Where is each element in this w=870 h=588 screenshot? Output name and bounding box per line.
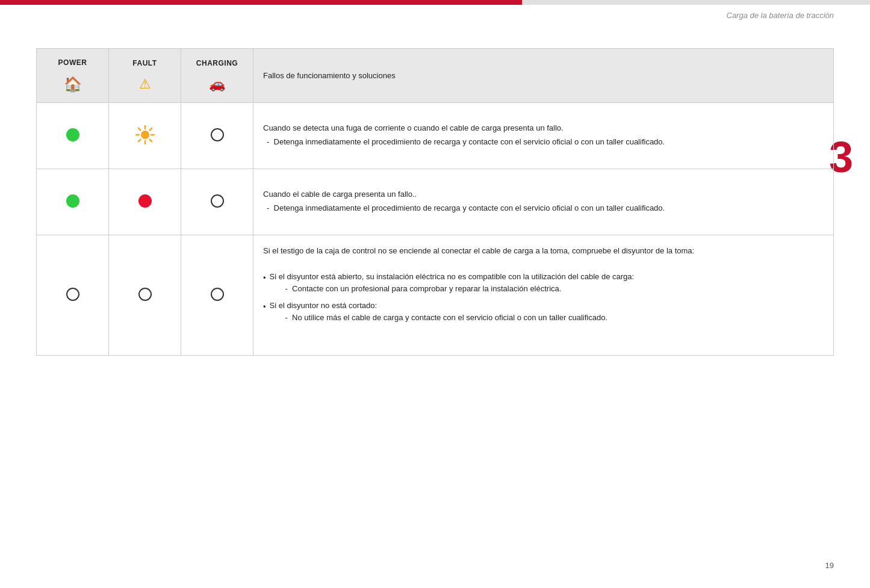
svg-point-0: [141, 131, 149, 139]
empty-circle-icon: [211, 288, 224, 301]
red-circle-icon: [138, 194, 152, 208]
warning-triangle-icon: ⚠: [139, 76, 151, 92]
row2-desc-item1: - Detenga inmediatamente el procedimient…: [263, 202, 824, 214]
row1-charging-cell: [181, 103, 253, 169]
svg-line-7: [149, 128, 152, 131]
header-title: Carga de la batería de tracción: [727, 11, 834, 20]
fault-header-cell: FAULT ⚠: [109, 49, 181, 103]
row3-bullet2-sub: - No utilice más el cable de carga y con…: [270, 312, 607, 324]
row2-charging-cell: [181, 169, 253, 235]
table-row: Cuando se detecta una fuga de corriente …: [37, 103, 834, 169]
description-header-label: Fallos de funcionamiento y soluciones: [263, 71, 396, 80]
svg-line-5: [138, 128, 140, 131]
table-row: Cuando el cable de carga presenta un fal…: [37, 169, 834, 235]
page-number: 19: [825, 561, 834, 570]
main-table-container: POWER 🏠 FAULT ⚠ CHARGING 🚗 Fallos de fun…: [36, 48, 834, 356]
svg-line-6: [149, 140, 152, 142]
row1-desc-item1: - Detenga inmediatamente el procedimient…: [263, 136, 824, 148]
svg-line-8: [138, 140, 140, 142]
row2-description-text: Cuando el cable de carga presenta un fal…: [263, 188, 824, 214]
description-header-cell: Fallos de funcionamiento y soluciones: [253, 49, 834, 103]
row1-desc-title: Cuando se detecta una fuga de corriente …: [263, 122, 824, 134]
row1-description-cell: Cuando se detecta una fuga de corriente …: [253, 103, 834, 169]
row3-description-cell: Si el testigo de la caja de control no s…: [253, 235, 834, 356]
power-label: POWER: [42, 58, 104, 67]
green-circle-icon: [66, 194, 79, 208]
top-bar: [0, 0, 870, 5]
table-row: Si el testigo de la caja de control no s…: [37, 235, 834, 356]
row2-fault-cell: [109, 169, 181, 235]
faults-table: POWER 🏠 FAULT ⚠ CHARGING 🚗 Fallos de fun…: [36, 48, 834, 356]
row3-description-text: Si el testigo de la caja de control no s…: [263, 245, 824, 325]
table-header-row: POWER 🏠 FAULT ⚠ CHARGING 🚗 Fallos de fun…: [37, 49, 834, 103]
charging-header-cell: CHARGING 🚗: [181, 49, 253, 103]
row3-bullet1-text: Si el disyuntor está abierto, su instala…: [270, 272, 635, 281]
power-header-cell: POWER 🏠: [37, 49, 109, 103]
row3-fault-cell: [109, 235, 181, 356]
row1-fault-cell: [109, 103, 181, 169]
house-icon: 🏠: [64, 76, 82, 93]
fault-label: FAULT: [114, 59, 176, 67]
row2-description-cell: Cuando el cable de carga presenta un fal…: [253, 169, 834, 235]
empty-circle-icon: [138, 288, 152, 301]
green-circle-icon: [66, 128, 79, 141]
row3-charging-cell: [181, 235, 253, 356]
empty-circle-icon: [211, 128, 224, 141]
page-header: Carga de la batería de tracción: [727, 11, 834, 20]
car-icon: 🚗: [209, 76, 225, 92]
charging-label: CHARGING: [186, 59, 248, 67]
empty-circle-icon: [211, 194, 224, 208]
row1-power-cell: [37, 103, 109, 169]
row3-power-cell: [37, 235, 109, 356]
row2-desc-title: Cuando el cable de carga presenta un fal…: [263, 188, 824, 200]
sunburst-icon: [135, 125, 155, 144]
row2-power-cell: [37, 169, 109, 235]
row3-bullet2-text: Si el disyuntor no está cortado:: [270, 301, 378, 310]
row3-desc-title: Si el testigo de la caja de control no s…: [263, 245, 824, 257]
row3-bullet1-sub: - Contacte con un profesional para compr…: [270, 283, 635, 295]
row1-description-text: Cuando se detecta una fuga de corriente …: [263, 122, 824, 148]
empty-circle-icon: [66, 288, 79, 301]
